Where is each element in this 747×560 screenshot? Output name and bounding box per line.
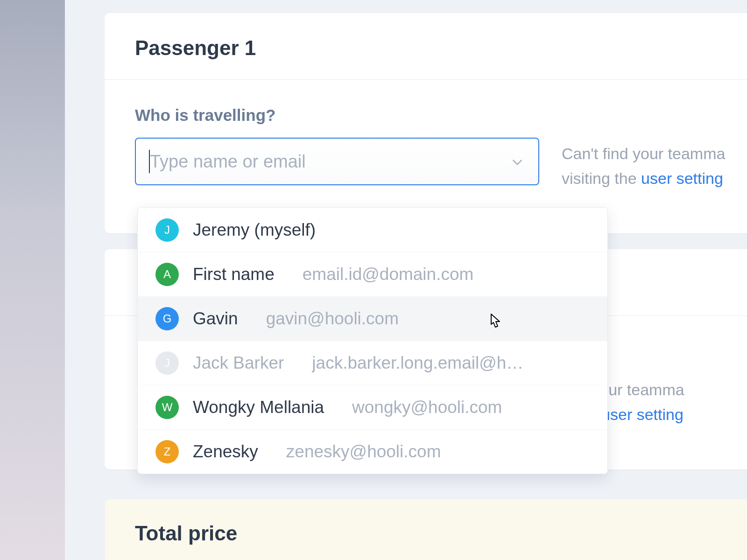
passenger-field-row: Can't find your teamma visiting the user…: [105, 138, 747, 190]
text-caret: [149, 150, 150, 173]
passenger-dropdown: JJeremy (myself)AFirst nameemail.id@doma…: [137, 207, 608, 474]
hint-text-2: visiting the: [562, 169, 641, 187]
chevron-down-icon[interactable]: [511, 156, 523, 168]
user-settings-link-2[interactable]: user setting: [601, 406, 684, 423]
avatar: Z: [155, 440, 179, 463]
dropdown-item-email: jack.barker.long.email@h…: [312, 353, 590, 373]
avatar: J: [155, 351, 179, 375]
dropdown-item-email: wongky@hooli.com: [352, 398, 590, 417]
who-travelling-label: Who is travelling?: [105, 80, 747, 138]
dropdown-item-name: Jeremy (myself): [193, 220, 316, 240]
total-price-title: Total price: [105, 499, 747, 545]
dropdown-item[interactable]: WWongky Mellaniawongky@hooli.com: [138, 385, 607, 429]
dropdown-item-name: Wongky Mellania: [193, 398, 324, 417]
hint-text-1: Can't find your teamma: [562, 145, 725, 162]
avatar: G: [155, 307, 179, 330]
passenger-card-1: Passenger 1 Who is travelling? Can't fin…: [105, 13, 747, 233]
avatar: J: [155, 218, 179, 242]
dropdown-item[interactable]: JJeremy (myself): [138, 208, 607, 252]
sidebar-image-strip: [0, 0, 65, 560]
passenger-input[interactable]: [135, 138, 539, 185]
dropdown-item-email: email.id@domain.com: [303, 265, 590, 284]
dropdown-item-name: Zenesky: [193, 442, 258, 462]
passenger-title: Passenger 1: [105, 13, 747, 79]
avatar: W: [155, 396, 179, 419]
dropdown-item[interactable]: AFirst nameemail.id@domain.com: [138, 252, 607, 296]
passenger-combobox[interactable]: [135, 138, 539, 185]
dropdown-item[interactable]: ZZeneskyzenesky@hooli.com: [138, 429, 607, 474]
dropdown-item[interactable]: JJack Barkerjack.barker.long.email@h…: [138, 341, 607, 385]
pointer-cursor-icon: [487, 312, 504, 332]
total-price-card: Total price: [105, 499, 747, 560]
dropdown-item-name: First name: [193, 265, 275, 284]
avatar: A: [155, 263, 179, 286]
dropdown-item[interactable]: GGavingavin@hooli.com: [138, 296, 607, 341]
dropdown-item-name: Gavin: [193, 309, 238, 329]
teammate-hint: Can't find your teamma visiting the user…: [562, 138, 725, 190]
dropdown-item-email: gavin@hooli.com: [266, 309, 590, 329]
user-settings-link[interactable]: user setting: [641, 169, 723, 187]
dropdown-item-email: zenesky@hooli.com: [286, 442, 590, 462]
dropdown-item-name: Jack Barker: [193, 353, 284, 373]
